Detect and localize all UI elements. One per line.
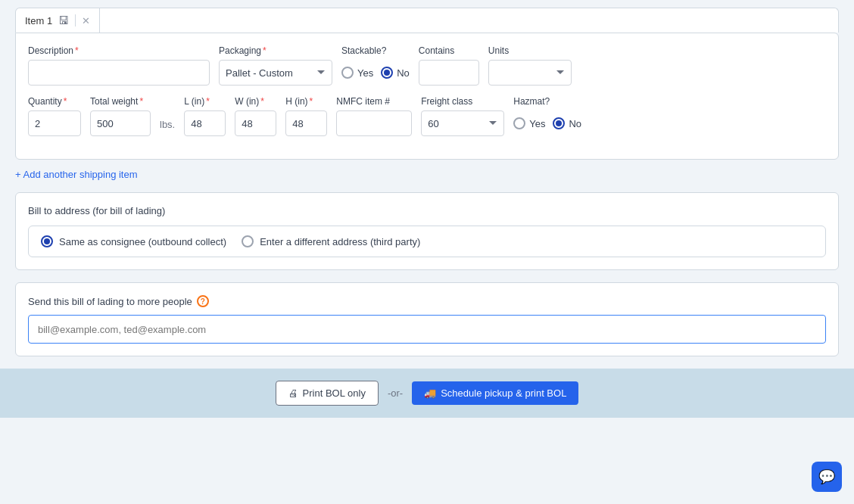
quantity-group: Quantity* bbox=[28, 96, 81, 136]
send-bol-title: Send this bill of lading to more people bbox=[28, 296, 192, 307]
send-bol-card: Send this bill of lading to more people … bbox=[15, 282, 839, 356]
total-weight-label: Total weight* bbox=[90, 96, 151, 107]
stackable-yes-circle bbox=[341, 67, 354, 79]
hazmat-yes-label: Yes bbox=[529, 118, 545, 129]
stackable-radio-group: Yes No bbox=[341, 60, 410, 86]
l-input[interactable] bbox=[184, 110, 226, 136]
l-label: L (in)* bbox=[184, 96, 226, 107]
total-weight-input[interactable] bbox=[90, 110, 151, 136]
h-label: H (in)* bbox=[285, 96, 327, 107]
add-item-label: + Add another shipping item bbox=[15, 169, 138, 180]
bill-to-option2[interactable]: Enter a different address (third party) bbox=[242, 235, 420, 247]
stackable-no-label: No bbox=[397, 67, 410, 79]
bill-to-option1[interactable]: Same as consignee (outbound collect) bbox=[41, 235, 226, 247]
w-group: W (in)* bbox=[235, 96, 276, 136]
description-group: Description* bbox=[28, 45, 210, 86]
or-text: -or- bbox=[388, 387, 403, 399]
stackable-yes-option[interactable]: Yes bbox=[341, 67, 373, 79]
item-card: Description* Packaging* Pallet - Custom … bbox=[15, 33, 839, 160]
print-bol-button[interactable]: 🖨 Print BOL only bbox=[276, 381, 379, 406]
description-input[interactable] bbox=[28, 60, 210, 86]
stackable-group: Stackable? Yes No bbox=[341, 45, 410, 86]
contains-group: Contains bbox=[419, 45, 479, 86]
tab-save-icon[interactable]: 🖫 bbox=[58, 14, 69, 26]
form-row-1: Description* Packaging* Pallet - Custom … bbox=[28, 45, 826, 86]
stackable-no-circle bbox=[381, 67, 393, 79]
hazmat-yes-circle bbox=[513, 117, 525, 129]
hazmat-yes-option[interactable]: Yes bbox=[513, 117, 545, 129]
nmfc-input[interactable] bbox=[336, 110, 412, 136]
print-icon: 🖨 bbox=[288, 387, 298, 399]
send-bol-label-row: Send this bill of lading to more people … bbox=[28, 295, 826, 307]
form-row-2: Quantity* Total weight* lbs. L (in)* bbox=[28, 96, 826, 136]
tab-close-icon[interactable]: ✕ bbox=[82, 15, 90, 26]
description-label: Description* bbox=[28, 45, 210, 56]
bill-to-card: Bill to address (for bill of lading) Sam… bbox=[15, 192, 839, 270]
schedule-label: Schedule pickup & print BOL bbox=[441, 387, 566, 399]
tab-item-1[interactable]: Item 1 🖫 ✕ bbox=[16, 8, 100, 33]
bill-to-title: Bill to address (for bill of lading) bbox=[28, 205, 826, 216]
bill-to-option2-label: Enter a different address (third party) bbox=[260, 236, 420, 247]
hazmat-no-label: No bbox=[569, 118, 581, 129]
truck-icon: 🚚 bbox=[424, 387, 436, 399]
bill-to-option2-circle bbox=[242, 235, 254, 247]
units-group: Units bbox=[488, 45, 572, 86]
units-label: Units bbox=[488, 45, 572, 56]
quantity-input[interactable] bbox=[28, 110, 81, 136]
w-input[interactable] bbox=[235, 110, 276, 136]
stackable-no-option[interactable]: No bbox=[381, 67, 410, 79]
footer: 🖨 Print BOL only -or- 🚚 Schedule pickup … bbox=[0, 369, 854, 418]
stackable-yes-label: Yes bbox=[357, 67, 373, 79]
help-icon[interactable]: ? bbox=[197, 295, 209, 307]
bill-to-option1-circle bbox=[41, 235, 53, 247]
bill-to-options-box: Same as consignee (outbound collect) Ent… bbox=[28, 226, 826, 257]
tab-label: Item 1 bbox=[25, 15, 52, 26]
schedule-button[interactable]: 🚚 Schedule pickup & print BOL bbox=[412, 381, 578, 405]
nmfc-label: NMFC item # bbox=[336, 96, 412, 107]
w-label: W (in)* bbox=[235, 96, 276, 107]
packaging-label: Packaging* bbox=[219, 45, 332, 56]
hazmat-radio-group: Yes No bbox=[513, 110, 581, 136]
quantity-label: Quantity* bbox=[28, 96, 81, 107]
print-label: Print BOL only bbox=[303, 387, 366, 399]
h-input[interactable] bbox=[285, 110, 327, 136]
contains-input[interactable] bbox=[419, 60, 479, 86]
freight-class-label: Freight class bbox=[421, 96, 504, 107]
h-group: H (in)* bbox=[285, 96, 327, 136]
hazmat-group: Hazmat? Yes No bbox=[513, 96, 581, 136]
add-item-link[interactable]: + Add another shipping item bbox=[15, 169, 839, 180]
total-weight-group: Total weight* bbox=[90, 96, 151, 136]
send-bol-email-input[interactable] bbox=[28, 315, 826, 344]
lbs-label: lbs. bbox=[160, 119, 175, 136]
chat-icon: 💬 bbox=[818, 468, 835, 485]
hazmat-no-circle bbox=[553, 117, 565, 129]
freight-class-group: Freight class 50 55 60 65 70 77.5 85 92.… bbox=[421, 96, 504, 136]
freight-class-select[interactable]: 50 55 60 65 70 77.5 85 92.5 100 bbox=[421, 110, 504, 136]
packaging-select[interactable]: Pallet - Custom Pallet - Standard Box Cr… bbox=[219, 60, 332, 86]
chat-fab[interactable]: 💬 bbox=[812, 462, 842, 492]
hazmat-no-option[interactable]: No bbox=[553, 117, 581, 129]
stackable-label: Stackable? bbox=[341, 45, 410, 56]
hazmat-label: Hazmat? bbox=[513, 96, 581, 107]
bill-to-option1-label: Same as consignee (outbound collect) bbox=[59, 236, 226, 247]
contains-label: Contains bbox=[419, 45, 479, 56]
tab-bar: Item 1 🖫 ✕ bbox=[15, 8, 839, 33]
packaging-group: Packaging* Pallet - Custom Pallet - Stan… bbox=[219, 45, 332, 86]
nmfc-group: NMFC item # bbox=[336, 96, 412, 136]
units-select[interactable] bbox=[488, 60, 572, 86]
l-group: L (in)* bbox=[184, 96, 226, 136]
